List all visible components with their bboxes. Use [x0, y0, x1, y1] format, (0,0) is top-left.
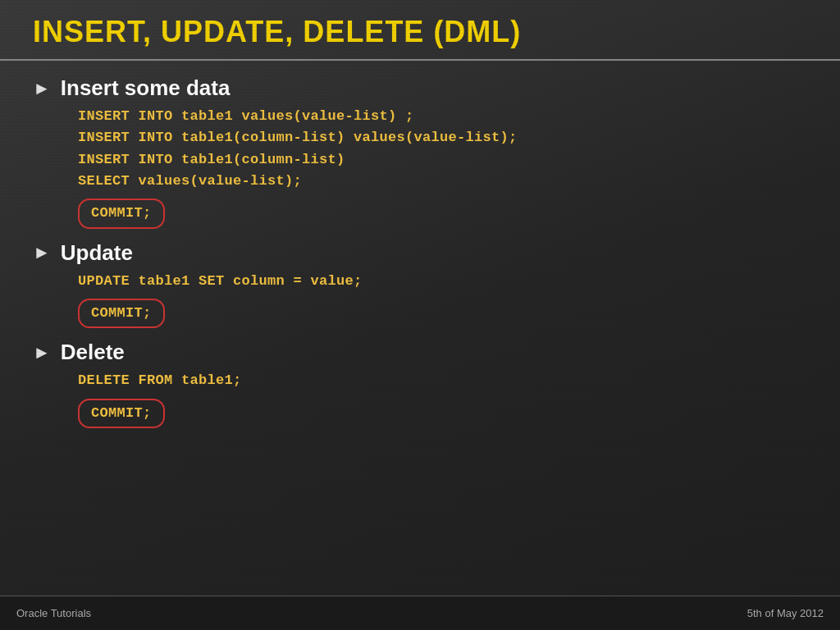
insert-title: Insert some data [61, 75, 231, 101]
delete-title: Delete [61, 340, 125, 365]
insert-arrow-icon: ► [33, 80, 51, 98]
delete-header: ► Delete [33, 340, 799, 365]
footer: Oracle Tutorials 5th of May 2012 [0, 596, 840, 630]
update-code-block: UPDATE table1 SET column = value; [78, 271, 799, 292]
update-commit-badge: COMMIT; [78, 299, 165, 328]
footer-right-text: 5th of May 2012 [747, 607, 824, 619]
update-arrow-icon: ► [33, 244, 51, 262]
insert-commit-label: COMMIT; [91, 205, 152, 221]
delete-commit-label: COMMIT; [91, 405, 152, 421]
insert-code-line-1: INSERT INTO table1 values(value-list) ; [78, 106, 799, 127]
delete-section: ► Delete DELETE FROM table1; COMMIT; [33, 340, 799, 435]
insert-code-line-2: INSERT INTO table1(column-list) values(v… [78, 127, 799, 148]
insert-code-line-4: SELECT values(value-list); [78, 171, 799, 192]
update-commit-label: COMMIT; [91, 305, 152, 321]
delete-arrow-icon: ► [33, 344, 51, 362]
footer-left-text: Oracle Tutorials [16, 607, 91, 619]
slide-title: INSERT, UPDATE, DELETE (DML) [33, 15, 521, 48]
insert-header: ► Insert some data [33, 75, 799, 101]
content-area: ► Insert some data INSERT INTO table1 va… [0, 61, 840, 630]
update-code-line-1: UPDATE table1 SET column = value; [78, 271, 799, 292]
update-header: ► Update [33, 240, 799, 266]
insert-section: ► Insert some data INSERT INTO table1 va… [33, 75, 799, 235]
delete-code-line-1: DELETE FROM table1; [78, 370, 799, 391]
title-bar: INSERT, UPDATE, DELETE (DML) [0, 0, 840, 61]
insert-code-line-3: INSERT INTO table1(column-list) [78, 149, 799, 171]
delete-code-block: DELETE FROM table1; [78, 370, 799, 391]
update-title: Update [61, 240, 133, 266]
insert-commit-badge: COMMIT; [78, 199, 165, 228]
insert-code-block: INSERT INTO table1 values(value-list) ; … [78, 106, 799, 192]
slide: INSERT, UPDATE, DELETE (DML) ► Insert so… [0, 0, 840, 630]
update-section: ► Update UPDATE table1 SET column = valu… [33, 240, 799, 336]
delete-commit-badge: COMMIT; [78, 399, 165, 428]
